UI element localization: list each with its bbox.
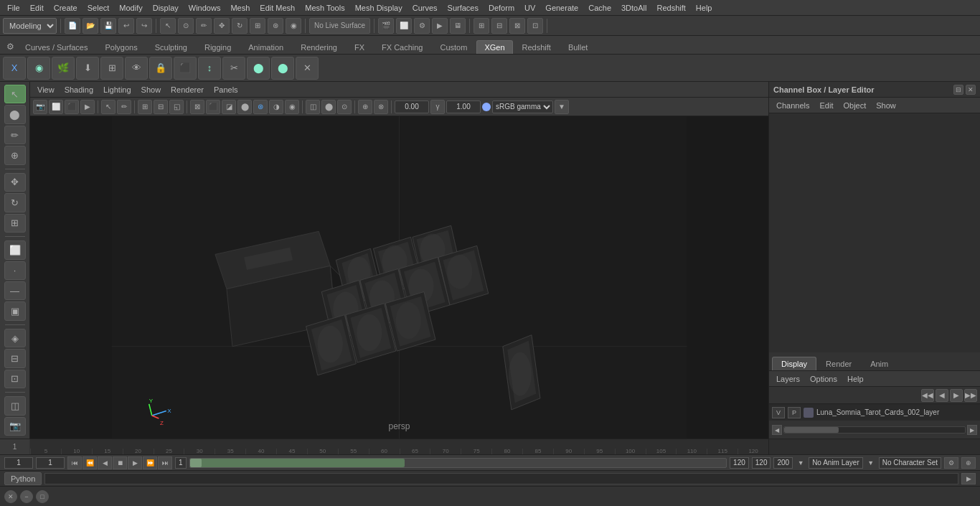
win-close-btn[interactable]: ✕ <box>4 490 17 503</box>
layer-menu-layers[interactable]: Layers <box>772 373 804 385</box>
color-space-arrow[interactable]: ▼ <box>555 100 569 114</box>
menu-edit-mesh[interactable]: Edit Mesh <box>255 2 299 14</box>
gamma-input[interactable] <box>395 100 429 113</box>
shelf-tab-custom[interactable]: Custom <box>433 40 476 54</box>
vpt-snap1[interactable]: ⊕ <box>358 100 372 114</box>
layer-visibility-btn[interactable]: V <box>772 407 785 418</box>
menu-mesh-display[interactable]: Mesh Display <box>351 2 407 14</box>
shelf-icon-10[interactable]: ✂ <box>222 57 245 80</box>
vpt-filmgate-btn[interactable]: ⬜ <box>49 100 63 114</box>
shelf-tab-polygons[interactable]: Polygons <box>97 40 145 54</box>
color-space-select[interactable]: sRGB gamma <box>492 100 553 113</box>
face-btn[interactable]: ▣ <box>4 301 26 320</box>
tab-anim[interactable]: Anim <box>861 357 897 370</box>
lasso-select-btn[interactable]: ⊙ <box>178 18 194 34</box>
frame-end-input[interactable]: 120 <box>752 457 771 469</box>
layer-tb-arrow-prev[interactable]: ◀ <box>936 389 948 402</box>
char-set-extra-btn[interactable]: ⊕ <box>961 457 976 469</box>
render-seq-btn[interactable]: ⬜ <box>396 18 412 34</box>
vpt-resolution-btn[interactable]: ⬛ <box>65 100 79 114</box>
char-set-settings-btn[interactable]: ⚙ <box>944 457 958 469</box>
rotate-tool-btn[interactable]: ↻ <box>232 18 248 34</box>
vpt-select-type1[interactable]: ↖ <box>101 100 116 114</box>
vpt-smooth-btn[interactable]: ⊛ <box>253 100 268 114</box>
layout-btn[interactable]: ⊞ <box>473 18 489 34</box>
vpt-shaded-wire-btn[interactable]: ◪ <box>222 100 236 114</box>
timeline-ruler[interactable]: 5 10 15 20 25 30 35 40 45 50 55 60 65 70… <box>30 439 768 454</box>
vp-menu-panels[interactable]: Panels <box>209 84 242 95</box>
shelf-icon-11[interactable]: ⬤ <box>247 57 270 80</box>
no-anim-layer-field[interactable]: No Anim Layer <box>809 457 863 469</box>
pb-goto-end-btn[interactable]: ⏭ <box>158 456 172 469</box>
layer-menu-options[interactable]: Options <box>806 373 842 385</box>
layout2-btn[interactable]: ⊟ <box>491 18 507 34</box>
menu-uv[interactable]: UV <box>520 2 540 14</box>
rp-menu-object[interactable]: Object <box>839 100 870 111</box>
shelf-icon-1[interactable]: X <box>3 57 26 80</box>
menu-mesh[interactable]: Mesh <box>226 2 254 14</box>
layer-scroll-right[interactable]: ▶ <box>967 425 977 435</box>
render-current-btn[interactable]: 🎬 <box>378 18 394 34</box>
universal-manip-btn[interactable]: ⊛ <box>268 18 283 34</box>
shelf-tab-sculpting[interactable]: Sculpting <box>147 40 195 54</box>
scale-tool-btn[interactable]: ⊞ <box>250 18 265 34</box>
move-tool-btn[interactable]: ✥ <box>214 18 230 34</box>
shelf-settings-btn[interactable]: ⚙ <box>3 39 17 54</box>
layout4-btn[interactable]: ⊡ <box>527 18 543 34</box>
snap-btn[interactable]: ⊕ <box>4 146 26 164</box>
shelf-icon-7[interactable]: 🔒 <box>149 57 172 80</box>
menu-help[interactable]: Help <box>692 2 717 14</box>
status-frame-current[interactable] <box>36 457 65 469</box>
shelf-tab-animation[interactable]: Animation <box>240 40 291 54</box>
ipr-btn[interactable]: ▶ <box>432 18 448 34</box>
shelf-icon-5[interactable]: ⊞ <box>100 57 123 80</box>
menu-3dtoall[interactable]: 3DtoAll <box>617 2 651 14</box>
render-view-btn[interactable]: 🖥 <box>450 18 466 34</box>
pb-play-btn[interactable]: ▶ <box>128 456 142 469</box>
shelf-tab-rigging[interactable]: Rigging <box>197 40 239 54</box>
menu-display[interactable]: Display <box>149 2 183 14</box>
select-tool-btn[interactable]: ↖ <box>160 18 176 34</box>
vp-menu-shading[interactable]: Shading <box>60 84 98 95</box>
menu-modify[interactable]: Modify <box>115 2 146 14</box>
pb-play-back-btn[interactable]: ◀ <box>98 456 112 469</box>
shelf-icon-2[interactable]: ◉ <box>27 57 50 80</box>
shelf-tab-fx[interactable]: FX <box>347 40 372 54</box>
shelf-icon-6[interactable]: 👁 <box>125 57 148 80</box>
deformer-btn[interactable]: ⊡ <box>4 370 26 388</box>
vpt-ao-btn[interactable]: ◉ <box>285 100 299 114</box>
soft-mod-btn[interactable]: ◈ <box>4 329 26 347</box>
win-minimize-btn[interactable]: − <box>20 490 33 503</box>
vpt-playblast-btn[interactable]: ▶ <box>80 100 95 114</box>
shelf-icon-12[interactable]: ⬤ <box>271 57 294 80</box>
rp-float-btn[interactable]: ⊟ <box>953 85 963 95</box>
vpt-shaded-btn[interactable]: ⬛ <box>206 100 220 114</box>
shelf-tab-curves-surfaces[interactable]: Curves / Surfaces <box>17 40 95 54</box>
range-slider[interactable] <box>189 458 727 468</box>
menu-edit[interactable]: Edit <box>26 2 48 14</box>
range-start-field[interactable]: 1 <box>175 457 187 469</box>
shelf-tab-rendering[interactable]: Rendering <box>293 40 345 54</box>
menu-select[interactable]: Select <box>83 2 114 14</box>
viewport-canvas[interactable]: X Y Z persp <box>30 116 768 439</box>
shelf-icon-8[interactable]: ⬛ <box>174 57 197 80</box>
layer-scrollbar[interactable] <box>783 426 966 434</box>
shelf-icon-9[interactable]: ↕ <box>198 57 221 80</box>
move-lt-btn[interactable]: ✥ <box>4 173 26 192</box>
redo-btn[interactable]: ↪ <box>136 18 152 34</box>
vpt-light-btn[interactable]: ⊙ <box>337 100 352 114</box>
component-mode-btn[interactable]: ⬜ <box>4 240 26 259</box>
shelf-icon-4[interactable]: ⬇ <box>76 57 99 80</box>
camera-lt-btn[interactable]: 📷 <box>4 417 26 436</box>
vpt-select-type2[interactable]: ✏ <box>117 100 131 114</box>
rp-menu-edit[interactable]: Edit <box>815 100 837 111</box>
menu-windows[interactable]: Windows <box>184 2 225 14</box>
win-maximize-btn[interactable]: □ <box>36 490 49 503</box>
menu-generate[interactable]: Generate <box>541 2 583 14</box>
menu-create[interactable]: Create <box>50 2 82 14</box>
open-scene-btn[interactable]: 📂 <box>83 18 98 34</box>
pb-stop-btn[interactable]: ⏹ <box>113 456 127 469</box>
menu-surfaces[interactable]: Surfaces <box>443 2 483 14</box>
layer-menu-help[interactable]: Help <box>843 373 868 385</box>
pb-step-back-btn[interactable]: ⏪ <box>83 456 97 469</box>
